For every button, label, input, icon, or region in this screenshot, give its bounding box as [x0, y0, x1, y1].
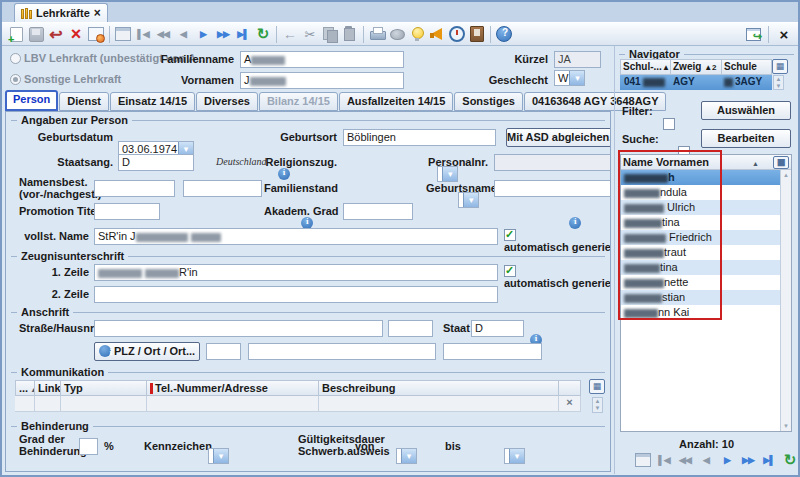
- paste-icon[interactable]: [340, 24, 360, 44]
- save-icon[interactable]: [26, 24, 46, 44]
- komm-col-tel[interactable]: Tel.-Nummer/Adresse: [147, 380, 319, 396]
- reminder-clock-icon[interactable]: [447, 24, 467, 44]
- form-view-icon[interactable]: [113, 24, 133, 44]
- new-record-icon[interactable]: [6, 24, 26, 44]
- gueltig-bis-select[interactable]: [504, 448, 525, 464]
- vornamen-field[interactable]: J: [240, 72, 404, 89]
- namensbest-nach-field[interactable]: [183, 180, 262, 197]
- school-row-spinner[interactable]: ▲▼: [773, 75, 784, 90]
- plz-ort-button[interactable]: PLZ / Ort / Ort...: [94, 342, 200, 361]
- hint-bulb-icon[interactable]: [407, 24, 427, 44]
- column-picker-icon[interactable]: [589, 379, 605, 394]
- list-item[interactable]: tina: [621, 260, 781, 275]
- detach-window-icon[interactable]: [743, 24, 763, 44]
- auto-generieren-checkbox[interactable]: [504, 229, 516, 241]
- staatsang-field[interactable]: D: [118, 154, 194, 171]
- col-schule[interactable]: Schule: [722, 59, 772, 75]
- komm-cell[interactable]: [15, 396, 35, 412]
- kennzeichen-select[interactable]: [208, 448, 229, 464]
- tab-close-icon[interactable]: [94, 6, 101, 20]
- delete-row-icon[interactable]: ×: [559, 396, 581, 412]
- auto-generieren-checkbox[interactable]: [504, 265, 516, 277]
- radio-sonstige-lehrkraft[interactable]: [10, 74, 21, 85]
- list-item[interactable]: tina: [621, 215, 781, 230]
- tab-einsatz[interactable]: Einsatz 14/15: [110, 92, 195, 111]
- komm-col-beschreibung[interactable]: Beschreibung: [319, 380, 559, 396]
- list-item[interactable]: h: [621, 170, 781, 185]
- column-picker-icon[interactable]: [772, 59, 788, 74]
- form-view-icon[interactable]: [633, 450, 653, 470]
- ortsteil-field[interactable]: [443, 343, 542, 360]
- nav-first-icon[interactable]: ▌◀: [654, 450, 674, 470]
- nav-prev-icon[interactable]: ◀: [696, 450, 716, 470]
- col-schulnummer[interactable]: Schul-...▲1: [620, 59, 671, 75]
- komm-col-typ[interactable]: Typ: [61, 380, 147, 396]
- nav-last-icon[interactable]: ▶▌: [233, 24, 253, 44]
- print-icon[interactable]: [367, 24, 387, 44]
- vollst-name-field[interactable]: StR'in J: [94, 228, 498, 245]
- zeile2-field[interactable]: [94, 286, 498, 303]
- list-item[interactable]: nn Kai: [621, 305, 781, 320]
- list-item[interactable]: ndula: [621, 185, 781, 200]
- document-tab-lehrkraefte[interactable]: Lehrkräfte: [14, 3, 108, 22]
- religionszug-select[interactable]: [437, 166, 458, 182]
- nav-prev-icon[interactable]: ◀: [173, 24, 193, 44]
- staat-field[interactable]: D: [471, 320, 524, 337]
- nav-next-icon[interactable]: ▶: [193, 24, 213, 44]
- komm-cell[interactable]: [35, 396, 61, 412]
- familienname-field[interactable]: A: [240, 51, 404, 68]
- list-item[interactable]: Friedrich: [621, 230, 781, 245]
- komm-cell[interactable]: [61, 396, 147, 412]
- ort-field[interactable]: [248, 343, 436, 360]
- namensbest-vor-field[interactable]: [94, 180, 175, 197]
- hausnr-field[interactable]: [388, 320, 433, 337]
- close-panel-icon[interactable]: [774, 24, 794, 44]
- nav-forward-icon[interactable]: ▶▶: [213, 24, 233, 44]
- export-icon[interactable]: [387, 24, 407, 44]
- komm-cell[interactable]: [319, 396, 559, 412]
- auswaehlen-button[interactable]: Auswählen: [701, 101, 791, 120]
- asd-abgleichen-button[interactable]: Mit ASD abgleichen...: [506, 128, 611, 147]
- geburtsname-field[interactable]: [494, 180, 611, 197]
- info-icon[interactable]: [278, 168, 290, 180]
- akadem-grad-field[interactable]: [343, 203, 413, 220]
- strasse-field[interactable]: [94, 320, 383, 337]
- komm-col-link[interactable]: Link: [35, 380, 61, 396]
- cut-icon[interactable]: [300, 24, 320, 44]
- nav-rewind-icon[interactable]: ◀◀: [153, 24, 173, 44]
- komm-col-expand[interactable]: ...: [15, 380, 35, 396]
- list-item[interactable]: nette: [621, 275, 781, 290]
- col-zweig[interactable]: Zweig ▲2: [671, 59, 722, 75]
- promotion-titel-field[interactable]: [94, 203, 160, 220]
- geburtsort-field[interactable]: Böblingen: [343, 129, 496, 146]
- bearbeiten-button[interactable]: Bearbeiten: [701, 129, 791, 148]
- refresh-icon[interactable]: [780, 450, 800, 470]
- refresh-icon[interactable]: [253, 24, 273, 44]
- familienstand-select[interactable]: [458, 192, 479, 208]
- school-row-selected[interactable]: 041 AGY 3AGY: [620, 75, 772, 90]
- copy-icon[interactable]: [320, 24, 340, 44]
- nav-next-icon[interactable]: ▶: [717, 450, 737, 470]
- undo-icon[interactable]: [46, 24, 66, 44]
- tab-sonstiges[interactable]: Sonstiges: [454, 92, 523, 111]
- delete-icon[interactable]: [66, 24, 86, 44]
- list-item[interactable]: Ulrich: [621, 200, 781, 215]
- radio-lbv-lehrkraft[interactable]: [10, 53, 21, 64]
- nav-first-icon[interactable]: ▌◀: [133, 24, 153, 44]
- komm-cell[interactable]: [147, 396, 319, 412]
- zeile1-field[interactable]: R'in: [94, 264, 498, 281]
- announcement-horn-icon[interactable]: [427, 24, 447, 44]
- table-scroll-spinner[interactable]: ▲▼: [592, 397, 603, 413]
- address-book-icon[interactable]: [467, 24, 487, 44]
- help-icon[interactable]: [494, 24, 514, 44]
- tab-person[interactable]: Person: [5, 90, 58, 111]
- nav-rewind-icon[interactable]: ◀◀: [675, 450, 695, 470]
- list-item[interactable]: stian: [621, 290, 781, 305]
- grad-behinderung-field[interactable]: [79, 438, 98, 455]
- column-picker-icon[interactable]: [773, 156, 789, 169]
- gueltig-von-select[interactable]: [396, 448, 417, 464]
- back-icon[interactable]: [280, 24, 300, 44]
- geschlecht-select[interactable]: W: [554, 70, 585, 86]
- nav-forward-icon[interactable]: ▶▶: [738, 450, 758, 470]
- tab-dienst[interactable]: Dienst: [59, 92, 109, 111]
